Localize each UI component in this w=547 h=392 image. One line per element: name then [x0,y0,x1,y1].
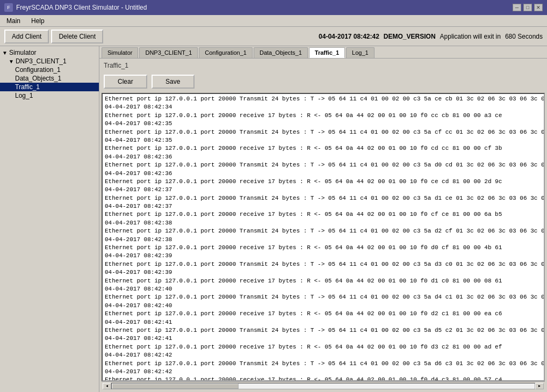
log-line: Ethernet port ip 127.0.0.1 port 20000 Tr… [104,128,543,136]
log-line: 04-04-2017 08:42:36 [104,170,543,178]
sidebar-item-simulator[interactable]: ▼ Simulator [0,48,99,57]
log-line: Ethernet port ip 127.0.0.1 port 20000 Tr… [104,95,543,103]
log-line: Ethernet port ip 127.0.0.1 port 20000 Tr… [104,326,543,335]
tab-simulator[interactable]: Simulator [102,47,138,58]
log-line: Ethernet port ip 127.0.0.1 port 20000 re… [104,310,543,318]
log-line: Ethernet port ip 127.0.0.1 port 20000 re… [104,112,543,120]
app-icon: F [4,3,13,12]
sidebar-label-simulator: Simulator [9,49,37,56]
tab-bar: Simulator DNP3_CLIENT_1 Configuration_1 … [99,46,547,59]
delete-client-button[interactable]: Delete Client [51,30,103,43]
menu-bar: Main Help [0,15,547,27]
scroll-thumb[interactable] [112,383,239,389]
scroll-right-button[interactable]: ▸ [535,383,544,389]
save-button[interactable]: Save [152,75,195,89]
demo-version-label: DEMO_VERSION [384,33,436,40]
log-area[interactable]: Ethernet port ip 127.0.0.1 port 20000 Tr… [102,93,545,381]
add-client-button[interactable]: Add Client [4,30,49,43]
title-bar: F FreyrSCADA DNP3 Client Simulator - Unt… [0,0,547,15]
scroll-track[interactable] [111,383,535,389]
log-line: 04-04-2017 08:42:40 [104,285,543,293]
tab-dnp3client[interactable]: DNP3_CLIENT_1 [139,47,198,58]
sidebar-label-log: Log_1 [15,92,33,99]
log-line: 04-04-2017 08:42:41 [104,335,543,343]
log-line: 04-04-2017 08:42:38 [104,219,543,227]
log-line: Ethernet port ip 127.0.0.1 port 20000 re… [104,343,543,351]
sidebar-item-log[interactable]: Log_1 [0,91,99,100]
sidebar-label-traffic: Traffic_1 [15,83,40,91]
sidebar-label-dnp3client: DNP3_CLIENT_1 [16,57,67,65]
sidebar-item-dnp3client[interactable]: ▼ DNP3_CLIENT_1 [0,57,99,66]
log-line: Ethernet port ip 127.0.0.1 port 20000 Tr… [104,161,543,169]
log-line: Ethernet port ip 127.0.0.1 port 20000 Tr… [104,293,543,301]
tab-dataobjects[interactable]: Data_Objects_1 [254,47,308,58]
log-line: 04-04-2017 08:42:42 [104,368,543,376]
sidebar-item-dataobjects[interactable]: Data_Objects_1 [0,74,99,83]
expand-icon-simulator: ▼ [2,50,8,56]
log-line: Ethernet port ip 127.0.0.1 port 20000 re… [104,210,543,219]
scroll-left-button[interactable]: ◂ [103,383,111,389]
log-line: 04-04-2017 08:42:37 [104,202,543,210]
expand-icon-dnp3: ▼ [2,59,14,64]
horizontal-scrollbar[interactable]: ◂ ▸ [102,381,545,390]
log-line: 04-04-2017 08:42:40 [104,302,543,310]
traffic-panel: Traffic_1 Clear Save Ethernet port ip 12… [99,59,547,392]
sidebar-item-traffic[interactable]: Traffic_1 [0,83,99,91]
log-line: Ethernet port ip 127.0.0.1 port 20000 re… [104,376,543,381]
log-line: 04-04-2017 08:42:42 [104,351,543,359]
tab-log[interactable]: Log_1 [346,47,375,58]
clear-button[interactable]: Clear [104,75,147,89]
log-line: Ethernet port ip 127.0.0.1 port 20000 Tr… [104,194,543,202]
exit-seconds-label: 680 Seconds [505,33,543,40]
menu-help[interactable]: Help [27,16,49,26]
exit-info-label: Application will exit in [440,33,501,40]
log-line: 04-04-2017 08:42:35 [104,136,543,144]
main-area: ▼ Simulator ▼ DNP3_CLIENT_1 Configuratio… [0,46,547,392]
log-content: Ethernet port ip 127.0.0.1 port 20000 Tr… [104,95,543,381]
log-line: Ethernet port ip 127.0.0.1 port 20000 Tr… [104,360,543,368]
log-line: Ethernet port ip 127.0.0.1 port 20000 re… [104,178,543,186]
sidebar-item-configuration[interactable]: Configuration_1 [0,66,99,74]
log-line: Ethernet port ip 127.0.0.1 port 20000 Tr… [104,227,543,235]
log-line: 04-04-2017 08:42:34 [104,103,543,111]
menu-main[interactable]: Main [2,16,25,26]
toolbar: Add Client Delete Client 04-04-2017 08:4… [0,27,547,46]
panel-toolbar: Clear Save [102,72,545,91]
log-line: 04-04-2017 08:42:41 [104,318,543,326]
log-line: Ethernet port ip 127.0.0.1 port 20000 re… [104,244,543,252]
log-line: 04-04-2017 08:42:36 [104,153,543,161]
minimize-button[interactable]: ─ [513,4,521,11]
log-line: Ethernet port ip 127.0.0.1 port 20000 Tr… [104,260,543,268]
log-line: Ethernet port ip 127.0.0.1 port 20000 re… [104,277,543,285]
window-title: FreyrSCADA DNP3 Client Simulator - Untit… [16,4,147,11]
sidebar-label-dataobjects: Data_Objects_1 [15,75,61,82]
tab-configuration[interactable]: Configuration_1 [199,47,253,58]
close-button[interactable]: ✕ [534,4,543,11]
log-line: 04-04-2017 08:42:39 [104,268,543,277]
right-content: Simulator DNP3_CLIENT_1 Configuration_1 … [99,46,547,392]
log-line: 04-04-2017 08:42:37 [104,186,543,194]
sidebar-label-configuration: Configuration_1 [15,66,61,74]
log-line: 04-04-2017 08:42:38 [104,236,543,244]
tab-traffic[interactable]: Traffic_1 [309,47,345,58]
panel-title: Traffic_1 [102,61,545,70]
log-line: 04-04-2017 08:42:39 [104,252,543,260]
log-line: Ethernet port ip 127.0.0.1 port 20000 re… [104,144,543,153]
maximize-button[interactable]: □ [523,4,532,11]
log-line: 04-04-2017 08:42:35 [104,120,543,128]
sidebar: ▼ Simulator ▼ DNP3_CLIENT_1 Configuratio… [0,46,99,392]
window-controls: ─ □ ✕ [513,4,543,11]
toolbar-datetime: 04-04-2017 08:42:42 [319,33,379,40]
